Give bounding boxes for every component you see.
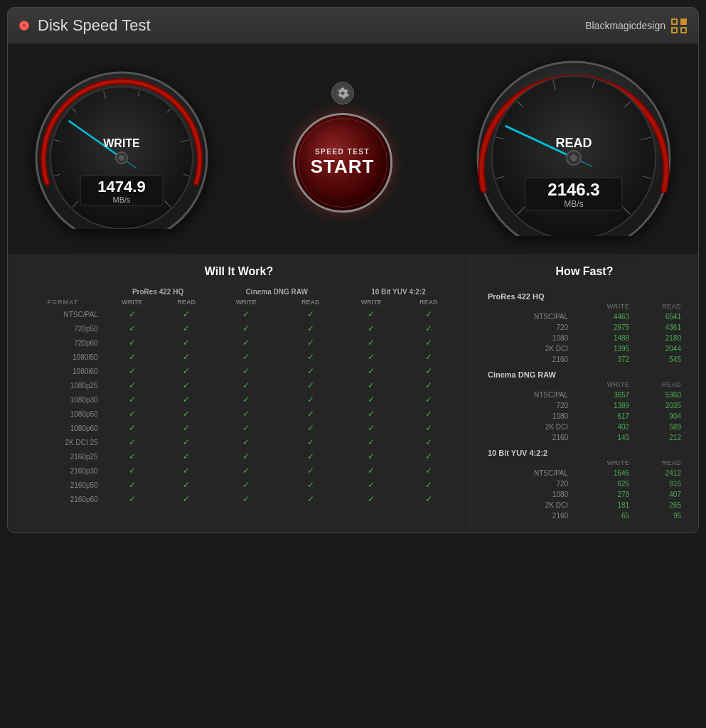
check: ✓ (104, 449, 161, 464)
subheaders-row: FORMAT WRITE READ WRITE READ WRITE READ (22, 297, 456, 307)
start-label-top: SPEED TEST (315, 148, 370, 156)
check: ✓ (161, 364, 213, 378)
table-row: 2160p25 ✓ ✓ ✓ ✓ ✓ ✓ (22, 449, 456, 464)
hf-row-label: 2K DCI (485, 343, 574, 354)
hf-write-value: 4463 (574, 311, 632, 322)
close-button[interactable]: × (19, 21, 29, 31)
hf-row-label: 720 (485, 478, 574, 489)
read-gauge-svg: READ 2146.3 MB/s (471, 58, 677, 236)
table-row: 2160p60 ✓ ✓ ✓ ✓ ✓ ✓ (22, 492, 456, 506)
hf-read-value: 95 (632, 510, 684, 521)
hf-row-label: NTSC/PAL (485, 468, 574, 478)
check: ✓ (280, 392, 341, 407)
hf-subheader: WRITE READ (485, 380, 684, 390)
check: ✓ (341, 435, 401, 449)
hf-read-value: 589 (632, 422, 684, 432)
brand-icon-sq1 (671, 18, 678, 25)
check: ✓ (280, 421, 341, 435)
check: ✓ (401, 449, 456, 464)
table-row: 1080p60 ✓ ✓ ✓ ✓ ✓ ✓ (22, 421, 456, 435)
check: ✓ (280, 478, 341, 492)
check: ✓ (401, 378, 456, 392)
check: ✓ (213, 464, 280, 478)
check: ✓ (280, 336, 341, 350)
hf-data-row: 2K DCI 181 265 (485, 500, 684, 510)
will-it-work-title: Will It Work? (22, 265, 456, 278)
hf-read-value: 407 (632, 489, 684, 500)
hf-data-row: 1080 617 904 (485, 411, 684, 422)
check: ✓ (280, 307, 341, 321)
hf-read-value: 916 (632, 478, 684, 489)
yuv-header: 10 Bit YUV 4:2:2 (341, 287, 456, 297)
table-row: 2K DCI 25 ✓ ✓ ✓ ✓ ✓ ✓ (22, 435, 456, 449)
check: ✓ (104, 392, 161, 407)
check: ✓ (280, 435, 341, 449)
hf-write-value: 372 (574, 354, 632, 365)
hf-group-name: Cinema DNG RAW (485, 365, 684, 380)
check: ✓ (104, 464, 161, 478)
table-row: 1080p50 ✓ ✓ ✓ ✓ ✓ ✓ (22, 407, 456, 421)
app-window: × Disk Speed Test Blackmagicdesign (7, 7, 699, 533)
check: ✓ (104, 307, 161, 321)
check: ✓ (161, 392, 213, 407)
hf-read-value: 2180 (632, 333, 684, 343)
hf-read-value: 265 (632, 500, 684, 510)
check: ✓ (213, 421, 280, 435)
check: ✓ (341, 307, 401, 321)
hf-subheader: WRITE READ (485, 301, 684, 311)
read-value: 2146.3 (547, 180, 599, 199)
check: ✓ (161, 478, 213, 492)
check: ✓ (161, 350, 213, 364)
check: ✓ (401, 364, 456, 378)
check: ✓ (401, 321, 456, 336)
hf-read-label: READ (632, 301, 684, 311)
how-fast-title: How Fast? (485, 265, 684, 278)
check: ✓ (213, 435, 280, 449)
check: ✓ (104, 321, 161, 336)
data-section: Will It Work? ProRes 422 HQ Cinema DNG R… (8, 254, 698, 532)
check: ✓ (213, 478, 280, 492)
check: ✓ (161, 307, 213, 321)
row-label: 1080p60 (22, 421, 104, 435)
settings-button[interactable] (331, 82, 354, 105)
group-headers-row: ProRes 422 HQ Cinema DNG RAW 10 Bit YUV … (22, 287, 456, 297)
check: ✓ (341, 464, 401, 478)
check: ✓ (104, 478, 161, 492)
prores-header: ProRes 422 HQ (104, 287, 213, 297)
check: ✓ (213, 350, 280, 364)
hf-row-label: 1080 (485, 333, 574, 343)
hf-write-value: 278 (574, 489, 632, 500)
check: ✓ (161, 407, 213, 421)
cinema-header: Cinema DNG RAW (213, 287, 341, 297)
row-label: 720p50 (22, 321, 104, 336)
check: ✓ (341, 492, 401, 506)
check: ✓ (161, 492, 213, 506)
row-label: 1080p30 (22, 392, 104, 407)
hf-data-row: 720 625 916 (485, 478, 684, 489)
hf-read-value: 2035 (632, 400, 684, 411)
check: ✓ (341, 449, 401, 464)
hf-read-value: 2044 (632, 343, 684, 354)
hf-row-label: 720 (485, 322, 574, 333)
row-label: 2160p50 (22, 478, 104, 492)
check: ✓ (213, 321, 280, 336)
brand-name: Blackmagicdesign (585, 20, 665, 31)
check: ✓ (341, 478, 401, 492)
check: ✓ (161, 435, 213, 449)
check: ✓ (213, 364, 280, 378)
hf-data-row: NTSC/PAL 1646 2412 (485, 468, 684, 478)
hf-data-row: 2160 65 95 (485, 510, 684, 521)
write-value: 1474.9 (97, 178, 145, 196)
check: ✓ (104, 407, 161, 421)
hf-read-value: 212 (632, 432, 684, 443)
row-label: NTSC/PAL (22, 307, 104, 321)
check: ✓ (161, 449, 213, 464)
yuv-write-header: WRITE (341, 297, 401, 307)
check: ✓ (161, 378, 213, 392)
check: ✓ (401, 478, 456, 492)
start-button[interactable]: SPEED TEST START (293, 113, 392, 213)
check: ✓ (280, 449, 341, 464)
hf-write-label: WRITE (574, 380, 632, 390)
write-gauge-svg: WRITE 1474.9 MB/s (29, 65, 214, 229)
hf-read-label: READ (632, 458, 684, 468)
